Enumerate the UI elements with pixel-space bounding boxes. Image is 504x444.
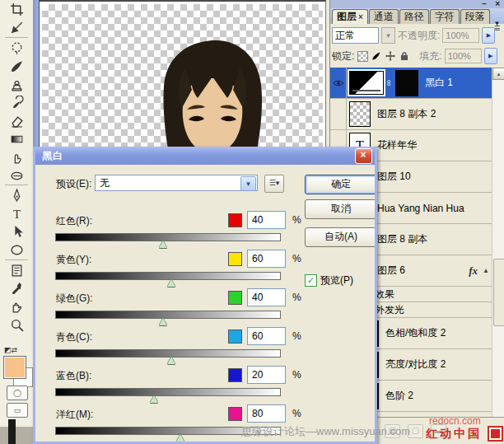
tab-段落[interactable]: 段落 (460, 9, 490, 24)
slider-track[interactable] (55, 233, 281, 241)
visibility-toggle[interactable] (330, 99, 347, 129)
portrait-image (134, 39, 291, 154)
color-swatch (228, 329, 242, 344)
quick-mask-button[interactable]: ◯ (7, 386, 28, 400)
slider-thumb[interactable] (159, 318, 167, 325)
layer-name: 花样年华 (377, 138, 417, 152)
color-swatch (228, 368, 242, 382)
dialog-titlebar[interactable]: 黑白 × (35, 147, 375, 165)
fill-spinner-icon[interactable]: ▶ (484, 48, 497, 64)
gradient-tool-icon[interactable] (0, 129, 33, 147)
panel-close-button[interactable]: × (495, 0, 500, 8)
opacity-spinner-icon[interactable]: ▶ (482, 27, 495, 44)
blend-mode-chevron-icon[interactable]: ▼ (381, 27, 395, 44)
clone-stamp-tool-icon[interactable] (0, 75, 33, 93)
layer-name: 色相/饱和度 2 (385, 326, 446, 340)
screen-mode-button[interactable]: ▭ (7, 403, 28, 418)
lock-paint-icon[interactable] (371, 50, 382, 62)
percent-label: % (292, 330, 301, 342)
slider-value-input[interactable]: 60 (247, 250, 286, 268)
default-colors-icon[interactable]: ◩⇄ (4, 346, 17, 354)
notes-tool-icon[interactable] (0, 261, 33, 279)
photoshop-window: ◩⇄ ◯ ▭ − × 图层×通道路径字符段落 ▼☰ (0, 0, 504, 444)
fill-value[interactable]: 100% (445, 49, 482, 63)
type-tool-icon[interactable] (0, 204, 33, 222)
slider-label: 洋红(M): (56, 408, 93, 422)
slider-thumb[interactable] (167, 279, 175, 287)
crop-tool-icon[interactable] (0, 0, 33, 18)
preset-value: 无 (100, 176, 110, 190)
tab-图层[interactable]: 图层× (332, 9, 368, 24)
color-swatches: ◩⇄ (2, 349, 30, 387)
ok-button[interactable]: 确定 (305, 175, 377, 194)
layer-row-图层-8-副本-2[interactable]: 图层 8 副本 2 (330, 99, 504, 130)
toolbar-divider (5, 37, 28, 38)
slice-tool-icon[interactable] (0, 18, 33, 36)
layer-name: 亮度/对比度 2 (385, 358, 446, 372)
tab-字符[interactable]: 字符 (430, 9, 460, 24)
layer-name: 色阶 2 (385, 389, 413, 403)
percent-label: % (292, 408, 301, 419)
slider-value-input[interactable]: 20 (247, 366, 286, 384)
scroll-up-icon[interactable]: ▲ (492, 68, 504, 80)
pen-tool-icon[interactable] (0, 186, 33, 204)
slider-label: 绿色(G): (56, 292, 93, 306)
eyedropper-tool-icon[interactable] (0, 279, 33, 297)
slider-thumb[interactable] (150, 395, 158, 403)
slider-track[interactable] (55, 311, 281, 319)
eraser-tool-icon[interactable] (0, 111, 33, 129)
opacity-value[interactable]: 100% (442, 28, 479, 43)
slider-value-input[interactable]: 80 (247, 404, 286, 423)
hand-tool-icon[interactable] (0, 297, 33, 315)
preset-chevron-icon[interactable]: ▼ (240, 176, 256, 191)
layers-scrollbar[interactable]: ▲ (492, 68, 504, 417)
slider-track[interactable] (55, 388, 281, 396)
zoom-tool-icon[interactable] (0, 315, 33, 334)
ellipse-tool-icon[interactable] (0, 241, 33, 259)
preset-select[interactable]: 无 ▼ (95, 175, 258, 191)
preview-checkbox[interactable]: ✓ (305, 274, 317, 287)
path-select-tool-icon[interactable] (0, 222, 33, 241)
slider-value-input[interactable]: 60 (247, 327, 286, 345)
tab-路径[interactable]: 路径 (399, 9, 429, 24)
slider-label: 黄色(Y): (56, 253, 91, 267)
fill-label: 填充: (419, 49, 441, 63)
brush-tool-icon[interactable] (0, 57, 33, 75)
link-icon[interactable]: ∞ (385, 80, 394, 86)
blend-mode-select[interactable]: 正常 (332, 27, 379, 44)
scrollbar-thumb[interactable] (493, 259, 504, 326)
percent-label: % (292, 253, 301, 264)
lock-position-icon[interactable] (385, 50, 396, 62)
lock-transparency-icon[interactable] (357, 50, 368, 62)
slider-value-input[interactable]: 40 (247, 288, 286, 306)
slider-thumb[interactable] (159, 241, 167, 248)
history-brush-tool-icon[interactable] (0, 93, 33, 111)
smudge-tool-icon[interactable] (0, 147, 33, 166)
dialog-close-button[interactable]: × (355, 148, 372, 164)
slider-label: 红色(R): (56, 214, 92, 228)
panel-minimize-button[interactable]: − (482, 0, 487, 8)
slider-thumb[interactable] (167, 357, 175, 364)
preset-menu-button[interactable]: ☰▾ (264, 175, 284, 193)
tab-close-icon[interactable]: × (358, 12, 363, 21)
sponge-tool-icon[interactable] (0, 166, 33, 184)
layer-row-黑白-1[interactable]: ∞黑白 1 (330, 68, 504, 99)
slider-thumb[interactable] (176, 434, 184, 442)
tab-通道[interactable]: 通道 (369, 9, 399, 24)
cancel-button[interactable]: 取消 (305, 199, 377, 219)
layer-thumbnail[interactable] (349, 101, 371, 127)
visibility-toggle[interactable] (330, 68, 347, 98)
layer-name: 效果 (375, 287, 394, 301)
layer-mask-thumbnail[interactable] (395, 70, 418, 96)
color-swatch (228, 252, 242, 266)
watermark-logo (489, 428, 502, 440)
adjustment-thumbnail[interactable] (349, 71, 384, 95)
foreground-color-swatch[interactable] (3, 356, 26, 379)
auto-button[interactable]: 自动(A) (305, 227, 377, 247)
lasso-tool-icon[interactable] (0, 39, 33, 57)
fx-icon[interactable]: fx (469, 264, 478, 278)
slider-value-input[interactable]: 40 (247, 211, 286, 229)
collapse-effects-icon[interactable]: ▲ (483, 267, 489, 274)
lock-all-icon[interactable] (399, 50, 410, 62)
layer-name: 外发光 (375, 303, 404, 317)
